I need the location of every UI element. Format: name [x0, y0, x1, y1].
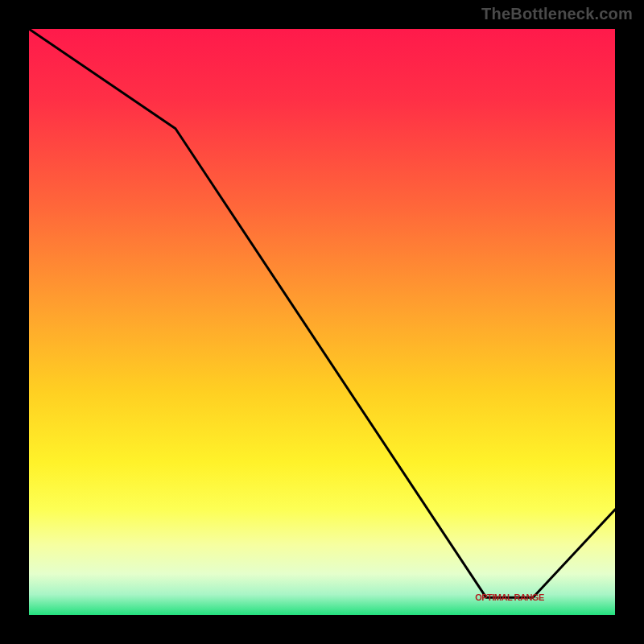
chart-root: TheBottleneck.com OPTIMAL RANGE [0, 0, 644, 644]
bottleneck-curve [29, 29, 615, 597]
watermark-text: TheBottleneck.com [481, 5, 633, 23]
bottleneck-line-layer [29, 29, 615, 615]
plot-frame: OPTIMAL RANGE [24, 24, 620, 620]
valley-label: OPTIMAL RANGE [475, 592, 544, 602]
